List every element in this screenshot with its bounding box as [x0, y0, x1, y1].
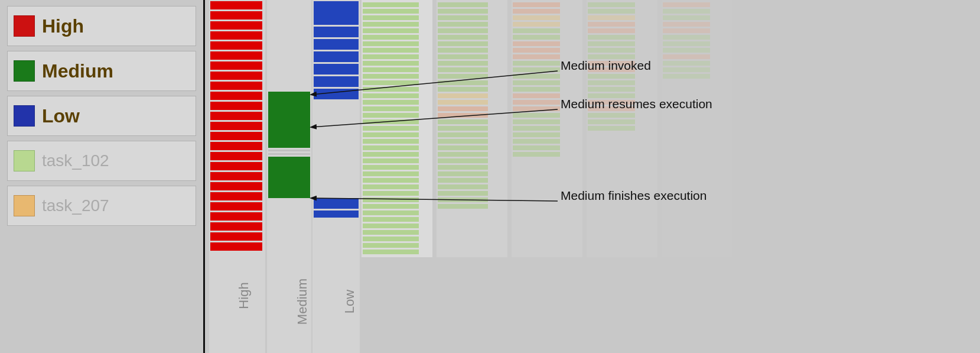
svg-rect-22: [210, 212, 262, 221]
svg-rect-94: [438, 61, 488, 66]
svg-rect-167: [663, 22, 710, 27]
svg-rect-161: [588, 119, 635, 124]
svg-rect-110: [438, 165, 488, 170]
svg-rect-95: [438, 67, 488, 72]
svg-rect-70: [363, 165, 419, 170]
svg-rect-117: [512, 0, 582, 257]
svg-rect-120: [513, 15, 560, 20]
low-column: Low: [312, 0, 360, 353]
svg-rect-119: [513, 9, 560, 14]
svg-rect-10: [210, 92, 262, 100]
svg-rect-160: [588, 113, 635, 118]
svg-rect-7: [210, 61, 262, 70]
svg-rect-126: [513, 54, 560, 59]
svg-rect-69: [363, 158, 419, 163]
low-label: Low: [42, 105, 80, 127]
svg-rect-31: [268, 157, 310, 198]
svg-rect-78: [363, 217, 419, 222]
svg-rect-28: [268, 92, 310, 148]
legend-high: High: [7, 6, 196, 46]
svg-rect-158: [588, 100, 635, 105]
svg-rect-164: [663, 2, 710, 7]
svg-text:Medium: Medium: [295, 278, 310, 325]
medium-finishes-arrow-line: [311, 198, 558, 201]
svg-rect-175: [663, 74, 710, 79]
svg-rect-112: [438, 178, 488, 183]
svg-rect-18: [210, 172, 262, 180]
task207-label: task_207: [42, 196, 109, 215]
svg-rect-128: [513, 67, 560, 72]
svg-rect-124: [513, 41, 560, 46]
task102-color-box: [14, 150, 35, 171]
svg-rect-102: [438, 113, 488, 118]
legend-task207: task_207: [7, 186, 196, 226]
svg-rect-14: [210, 132, 262, 140]
svg-rect-107: [438, 145, 488, 150]
svg-rect-37: [314, 51, 359, 62]
svg-rect-159: [588, 106, 635, 111]
svg-rect-108: [438, 152, 488, 157]
svg-rect-76: [363, 204, 419, 209]
svg-rect-154: [588, 74, 635, 79]
svg-rect-83: [363, 250, 419, 254]
svg-rect-34: [314, 1, 359, 25]
svg-rect-174: [663, 67, 710, 72]
svg-rect-169: [663, 35, 710, 40]
svg-rect-2: [210, 11, 262, 20]
svg-rect-65: [363, 132, 419, 137]
svg-rect-155: [588, 80, 635, 85]
svg-rect-85: [438, 2, 488, 7]
svg-rect-152: [588, 61, 635, 66]
legend-low: Low: [7, 96, 196, 136]
timeline-separator: [203, 0, 205, 353]
svg-rect-59: [363, 93, 419, 98]
svg-rect-72: [363, 178, 419, 183]
svg-rect-151: [588, 54, 635, 59]
svg-rect-93: [438, 54, 488, 59]
svg-rect-66: [363, 139, 419, 144]
svg-rect-157: [588, 93, 635, 98]
medium-invoked-label: Medium invoked: [561, 59, 651, 72]
svg-rect-130: [513, 80, 560, 85]
svg-rect-92: [438, 48, 488, 53]
svg-rect-115: [438, 197, 488, 202]
svg-rect-8: [210, 72, 262, 80]
svg-rect-40: [314, 89, 359, 99]
svg-rect-142: [587, 0, 657, 257]
task-col-5: [662, 0, 732, 257]
svg-rect-53: [363, 54, 419, 59]
svg-rect-4: [210, 31, 262, 40]
legend-panel: High Medium Low task_102 task_207: [0, 0, 203, 353]
svg-rect-6: [210, 51, 262, 60]
svg-rect-97: [438, 80, 488, 85]
svg-rect-88: [438, 22, 488, 27]
svg-rect-84: [437, 0, 507, 257]
svg-rect-106: [438, 139, 488, 144]
svg-rect-55: [363, 67, 419, 72]
svg-rect-73: [363, 184, 419, 189]
svg-rect-68: [363, 152, 419, 157]
svg-rect-45: [363, 2, 419, 7]
svg-rect-23: [210, 222, 262, 231]
svg-rect-91: [438, 41, 488, 46]
svg-rect-98: [438, 87, 488, 92]
svg-rect-67: [363, 145, 419, 150]
svg-rect-140: [513, 145, 560, 150]
svg-rect-33: [312, 0, 360, 353]
svg-rect-36: [314, 39, 359, 50]
svg-rect-19: [210, 182, 262, 190]
svg-rect-136: [513, 119, 560, 124]
svg-rect-12: [210, 112, 262, 120]
svg-rect-29: [268, 150, 310, 151]
svg-rect-153: [588, 67, 635, 72]
svg-rect-137: [513, 126, 560, 131]
svg-rect-47: [363, 15, 419, 20]
svg-rect-163: [662, 0, 732, 257]
svg-rect-171: [663, 48, 710, 53]
svg-rect-3: [210, 21, 262, 30]
svg-rect-74: [363, 191, 419, 196]
svg-rect-165: [663, 9, 710, 14]
svg-rect-5: [210, 41, 262, 50]
svg-rect-24: [210, 232, 262, 241]
svg-rect-42: [314, 210, 359, 218]
